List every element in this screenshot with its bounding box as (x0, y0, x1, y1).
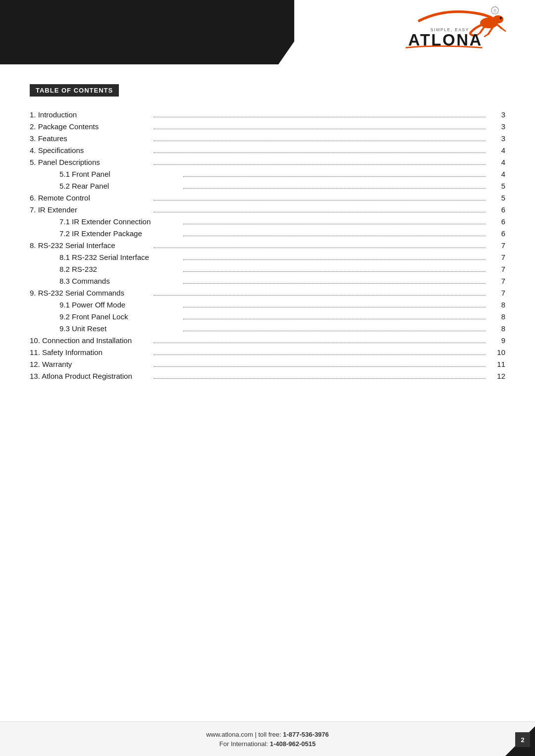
toc-label-8: 6. Remote Control (30, 194, 149, 202)
toc-page-18: 8 (490, 312, 505, 321)
toc-dots-11 (183, 236, 485, 236)
svg-line-6 (484, 34, 488, 37)
toc-label-14: 8.2 RS-232 (59, 265, 178, 273)
toc-item-3[interactable]: 3. Features 3 (30, 134, 505, 143)
footer-line2: For International: 1-408-962-0515 (219, 740, 316, 748)
toc-label-15: 8.3 Commands (59, 277, 178, 285)
toc-item-9[interactable]: 7. IR Extender 6 (30, 205, 505, 214)
footer-intl-number: 1-408-962-0515 (270, 740, 316, 748)
footer-website: www.atlona.com | toll free: (206, 731, 283, 738)
toc-page-9: 6 (490, 205, 505, 214)
toc-page-1: 3 (490, 110, 505, 119)
toc-item-4[interactable]: 4. Specifications 4 (30, 146, 505, 155)
toc-dots-3 (154, 141, 485, 141)
toc-label-16: 9. RS-232 Serial Commands (30, 289, 149, 297)
svg-line-10 (502, 28, 505, 31)
toc-page-8: 5 (490, 194, 505, 202)
toc-page-13: 7 (490, 253, 505, 261)
toc-dots-6 (183, 176, 485, 177)
toc-label-1: 1. Introduction (30, 110, 149, 119)
toc-dots-15 (183, 283, 485, 284)
toc-item-23[interactable]: 13. Atlona Product Registration 12 (30, 372, 505, 381)
toc-label-9: 7. IR Extender (30, 205, 149, 214)
toc-label-22: 12. Warranty (30, 360, 149, 368)
toc-page-15: 7 (490, 277, 505, 285)
toc-page-21: 10 (490, 348, 505, 356)
toc-item-22[interactable]: 12. Warranty 11 (30, 360, 505, 369)
toc-label-23: 13. Atlona Product Registration (30, 372, 149, 380)
toc-dots-8 (154, 200, 485, 201)
toc-page-19: 8 (490, 324, 505, 333)
toc-item-12[interactable]: 8. RS-232 Serial Interface 7 (30, 241, 505, 250)
toc-item-10[interactable]: 7.1 IR Extender Connection 6 (30, 217, 505, 226)
toc-page-3: 3 (490, 134, 505, 143)
toc-label-5: 5. Panel Descriptions (30, 158, 149, 166)
header: ® (0, 0, 535, 64)
toc-item-18[interactable]: 9.2 Front Panel Lock 8 (30, 312, 505, 321)
toc-dots-10 (183, 224, 485, 224)
toc-page-6: 4 (490, 170, 505, 178)
toc-page-4: 4 (490, 146, 505, 154)
toc-dots-22 (154, 366, 485, 367)
toc-dots-4 (154, 152, 485, 153)
toc-dots-16 (154, 295, 485, 296)
toc-item-1[interactable]: 1. Introduction 3 (30, 110, 505, 119)
toc-page-14: 7 (490, 265, 505, 273)
toc-label-2: 2. Package Contents (30, 122, 149, 131)
toc-page-5: 4 (490, 158, 505, 166)
toc-page-10: 6 (490, 217, 505, 226)
toc-dots-2 (154, 129, 485, 129)
toc-dots-7 (183, 188, 485, 189)
toc-dots-18 (183, 319, 485, 319)
toc-label-3: 3. Features (30, 134, 149, 143)
toc-header-label: TABLE OF CONTENTS (30, 84, 119, 97)
toc-item-13[interactable]: 8.1 RS-232 Serial Interface 7 (30, 253, 505, 262)
toc-dots-12 (154, 248, 485, 248)
toc-page-17: 8 (490, 301, 505, 309)
svg-point-3 (493, 15, 504, 23)
toc-label-12: 8. RS-232 Serial Interface (30, 241, 149, 250)
toc-item-5[interactable]: 5. Panel Descriptions 4 (30, 158, 505, 167)
logo-container: ® (391, 5, 510, 54)
toc-page-7: 5 (490, 182, 505, 190)
svg-line-5 (488, 27, 492, 34)
toc-dots-5 (154, 164, 485, 165)
toc-page-20: 9 (490, 336, 505, 345)
toc-label-21: 11. Safety Information (30, 348, 149, 356)
toc-item-17[interactable]: 9.1 Power Off Mode 8 (30, 301, 505, 309)
main-content: TABLE OF CONTENTS 1. Introduction 3 2. P… (0, 64, 535, 423)
svg-text:®: ® (493, 9, 496, 13)
footer: www.atlona.com | toll free: 1-877-536-39… (0, 721, 535, 756)
toc-dots-17 (183, 307, 485, 307)
toc-dots-21 (154, 354, 485, 355)
toc-item-8[interactable]: 6. Remote Control 5 (30, 194, 505, 202)
toc-item-6[interactable]: 5.1 Front Panel 4 (30, 170, 505, 179)
toc-page-16: 7 (490, 289, 505, 297)
toc-page-22: 11 (490, 360, 505, 368)
toc-page-2: 3 (490, 122, 505, 131)
toc-item-7[interactable]: 5.2 Rear Panel 5 (30, 182, 505, 191)
toc-dots-23 (154, 378, 485, 379)
toc-label-18: 9.2 Front Panel Lock (59, 312, 178, 321)
toc-page-11: 6 (490, 229, 505, 238)
toc-item-16[interactable]: 9. RS-232 Serial Commands 7 (30, 289, 505, 298)
toc-dots-9 (154, 212, 485, 212)
toc-label-17: 9.1 Power Off Mode (59, 301, 178, 309)
toc-item-14[interactable]: 8.2 RS-232 7 (30, 265, 505, 274)
atlona-logo-svg: ® (391, 5, 510, 54)
toc-label-13: 8.1 RS-232 Serial Interface (59, 253, 178, 261)
footer-tollfree: 1-877-536-3976 (283, 731, 329, 738)
toc-item-19[interactable]: 9.3 Unit Reset 8 (30, 324, 505, 333)
page-number-badge: 2 (515, 732, 530, 747)
toc-label-10: 7.1 IR Extender Connection (59, 217, 178, 226)
toc-item-21[interactable]: 11. Safety Information 10 (30, 348, 505, 357)
toc-dots-1 (154, 117, 485, 117)
toc-item-2[interactable]: 2. Package Contents 3 (30, 122, 505, 131)
footer-intl-label: For International: (219, 740, 270, 748)
toc-item-15[interactable]: 8.3 Commands 7 (30, 277, 505, 286)
toc-dots-19 (183, 331, 485, 331)
footer-line1: www.atlona.com | toll free: 1-877-536-39… (206, 731, 329, 738)
toc-item-11[interactable]: 7.2 IR Extender Package 6 (30, 229, 505, 238)
toc-item-20[interactable]: 10. Connection and Installation 9 (30, 336, 505, 345)
toc-label-7: 5.2 Rear Panel (59, 182, 178, 190)
